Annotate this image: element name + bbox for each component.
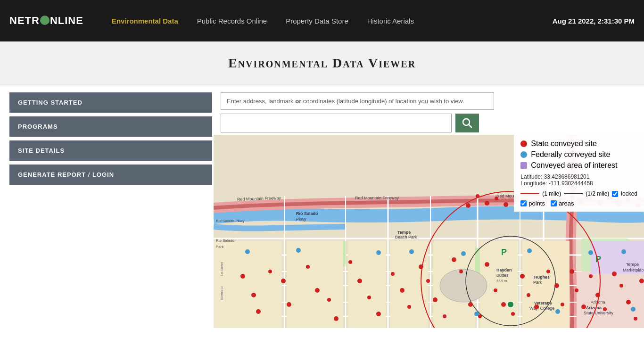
generate-report-button[interactable]: GENERATE REPORT / LOGIN: [9, 165, 212, 185]
svg-point-82: [494, 288, 497, 292]
svg-point-67: [357, 279, 362, 283]
svg-point-98: [619, 284, 623, 288]
getting-started-button[interactable]: GETTING STARTED: [9, 92, 212, 113]
datetime-display: Aug 21 2022, 2:31:30 PM: [553, 17, 635, 25]
svg-line-1: [469, 125, 472, 128]
svg-point-28: [440, 269, 487, 302]
svg-rect-22: [390, 241, 428, 328]
svg-point-94: [589, 274, 593, 278]
legend-panel: State conveyed site Federally conveyed s…: [514, 135, 644, 212]
header: NETRNLINE Environmental Data Public Reco…: [0, 0, 644, 41]
search-panel: Enter address, landmark or coordinates (…: [214, 85, 644, 135]
svg-point-124: [588, 250, 593, 255]
points-checkbox[interactable]: [520, 200, 527, 206]
svg-rect-20: [287, 241, 343, 328]
svg-text:Rio Salado: Rio Salado: [216, 239, 235, 243]
svg-point-86: [527, 293, 530, 297]
latitude-display: Latitude: 33.423686981201: [520, 173, 637, 180]
map-legend-container: State conveyed site Federally conveyed s…: [214, 135, 644, 328]
svg-text:Tempe: Tempe: [626, 262, 639, 267]
svg-point-78: [459, 270, 463, 273]
areas-checkbox[interactable]: [551, 200, 557, 206]
page-title-banner: Environmental Data Viewer: [0, 41, 644, 85]
svg-point-100: [634, 317, 637, 321]
locked-label[interactable]: locked: [621, 190, 637, 197]
site-details-button[interactable]: SITE DETAILS: [9, 140, 212, 161]
svg-point-104: [485, 201, 489, 206]
svg-text:Park: Park: [533, 280, 542, 285]
svg-point-101: [639, 279, 644, 283]
svg-point-85: [520, 274, 525, 279]
legend-state-conveyed: State conveyed site: [520, 140, 637, 148]
svg-point-91: [570, 269, 574, 274]
svg-text:444 m: 444 m: [496, 279, 507, 283]
svg-point-81: [485, 262, 489, 267]
nav-env-data[interactable]: Environmental Data: [102, 17, 188, 25]
svg-point-105: [495, 197, 498, 200]
latitude-label: Latitude:: [520, 173, 542, 180]
half-mile-label: (1/2 mile): [586, 190, 609, 197]
svg-point-64: [327, 298, 331, 302]
svg-text:Hayden: Hayden: [496, 268, 512, 272]
svg-text:Park: Park: [216, 245, 224, 249]
svg-point-56: [240, 274, 245, 279]
locked-checkbox[interactable]: [612, 191, 618, 197]
svg-point-95: [595, 293, 600, 297]
globe-icon: [40, 16, 50, 25]
nav-property-data[interactable]: Property Data Store: [276, 17, 358, 25]
svg-point-73: [419, 264, 423, 269]
search-row: [221, 114, 637, 132]
one-mile-line: [520, 193, 539, 194]
svg-text:1st Street: 1st Street: [220, 262, 223, 276]
legend-conveyed-area: Conveyed area of interest: [520, 161, 637, 170]
svg-point-70: [391, 272, 395, 276]
legend-checkboxes: points areas: [520, 200, 637, 207]
svg-text:P: P: [501, 247, 507, 257]
svg-point-88: [546, 270, 550, 273]
svg-point-93: [581, 304, 586, 309]
points-label: points: [528, 200, 545, 207]
svg-point-68: [367, 296, 371, 299]
svg-text:Rio Salado Pkwy: Rio Salado Pkwy: [216, 219, 244, 223]
areas-label: areas: [559, 200, 574, 207]
search-button[interactable]: [455, 114, 479, 132]
svg-point-119: [296, 248, 301, 253]
svg-point-59: [268, 270, 272, 273]
main-nav: Environmental Data Public Records Online…: [102, 17, 553, 25]
conveyed-area-label: Conveyed area of interest: [531, 161, 617, 170]
svg-text:Hughes: Hughes: [534, 275, 550, 280]
programs-button[interactable]: PROGRAMS: [9, 116, 212, 137]
svg-point-71: [400, 288, 405, 293]
state-conveyed-label: State conveyed site: [531, 140, 597, 148]
svg-point-87: [534, 304, 539, 309]
svg-point-121: [409, 249, 414, 254]
scale-display: (1 mile) (1/2 mile) locked: [520, 190, 637, 197]
svg-point-65: [334, 316, 339, 321]
half-mile-line: [564, 193, 583, 194]
svg-point-60: [281, 279, 286, 283]
svg-point-99: [626, 300, 631, 304]
federally-conveyed-label: Federally conveyed site: [531, 150, 610, 159]
logo[interactable]: NETRNLINE: [9, 15, 83, 27]
svg-point-102: [466, 203, 471, 208]
coords-display: Latitude: 33.423686981201 Longitude: -11…: [520, 173, 637, 187]
search-input[interactable]: [221, 114, 452, 132]
svg-point-79: [468, 302, 473, 307]
svg-point-75: [433, 297, 438, 302]
svg-point-72: [407, 305, 411, 309]
content-area: GETTING STARTED PROGRAMS SITE DETAILS GE…: [0, 85, 644, 328]
svg-text:Rio Salado: Rio Salado: [296, 211, 318, 216]
svg-point-96: [603, 307, 607, 311]
areas-checkbox-label[interactable]: areas: [551, 200, 574, 207]
svg-point-103: [476, 194, 479, 198]
nav-public-records[interactable]: Public Records Online: [188, 17, 276, 25]
svg-text:State University: State University: [584, 311, 614, 315]
svg-point-83: [501, 302, 506, 307]
points-checkbox-label[interactable]: points: [520, 200, 545, 207]
svg-point-129: [245, 249, 250, 254]
federally-conveyed-dot: [520, 151, 527, 158]
longitude-display: Longitude: -111.9302444458: [520, 180, 637, 187]
svg-text:Red Mountain Freeway: Red Mountain Freeway: [355, 196, 399, 200]
svg-text:Pkwy: Pkwy: [296, 217, 306, 222]
nav-historic-aerials[interactable]: Historic Aerials: [358, 17, 423, 25]
